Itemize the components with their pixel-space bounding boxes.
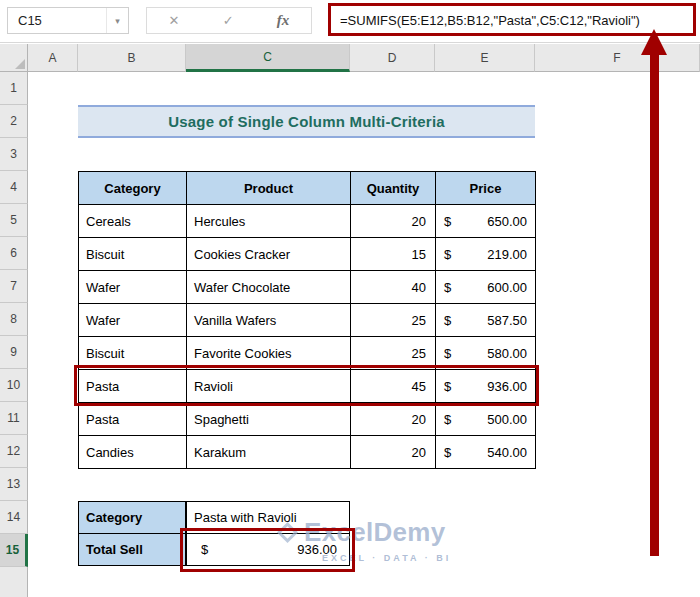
header-category-cell[interactable]: Category	[79, 172, 187, 205]
row-header-13[interactable]: 13	[0, 468, 28, 501]
column-header-c[interactable]: C	[186, 44, 350, 72]
product-cell[interactable]: Hercules	[187, 205, 351, 238]
table-row: Candies Karakum 20 $540.00	[79, 436, 536, 469]
price-amount: 936.00	[487, 379, 527, 394]
annotation-arrow-up-icon	[641, 29, 667, 55]
row-header-10[interactable]: 10	[0, 369, 28, 402]
column-header-e[interactable]: E	[435, 44, 535, 72]
summary-category-label-cell[interactable]: Category	[78, 501, 186, 534]
category-cell[interactable]: Pasta	[79, 403, 187, 436]
enter-icon[interactable]: ✓	[223, 14, 234, 27]
price-amount: 540.00	[487, 445, 527, 460]
price-cell[interactable]: $540.00	[436, 436, 536, 469]
row-header-2[interactable]: 2	[0, 105, 28, 138]
summary-total-value-cell[interactable]: $ 936.00	[186, 533, 350, 566]
row-header-8[interactable]: 8	[0, 303, 28, 336]
cancel-icon[interactable]: ✕	[169, 14, 180, 27]
column-header-d[interactable]: D	[350, 44, 435, 72]
excel-window: C15 ▾ ✕ ✓ fx =SUMIFS(E5:E12,B5:B12,"Past…	[0, 0, 700, 597]
row-header-3[interactable]: 3	[0, 138, 28, 171]
summary-total-label-cell[interactable]: Total Sell	[78, 533, 186, 566]
total-currency-symbol: $	[201, 542, 208, 557]
category-cell[interactable]: Wafer	[79, 304, 187, 337]
currency-symbol: $	[444, 412, 451, 427]
header-price-cell[interactable]: Price	[436, 172, 536, 205]
row-header-9[interactable]: 9	[0, 336, 28, 369]
category-cell[interactable]: Wafer	[79, 271, 187, 304]
price-cell[interactable]: $500.00	[436, 403, 536, 436]
price-amount: 219.00	[487, 247, 527, 262]
price-amount: 650.00	[487, 214, 527, 229]
quantity-cell[interactable]: 25	[351, 304, 436, 337]
price-cell[interactable]: $936.00	[436, 370, 536, 403]
product-cell[interactable]: Vanilla Wafers	[187, 304, 351, 337]
currency-symbol: $	[444, 313, 451, 328]
row-header-1[interactable]: 1	[0, 72, 28, 105]
category-cell[interactable]: Candies	[79, 436, 187, 469]
row-header-16[interactable]	[0, 567, 28, 597]
formula-text: =SUMIFS(E5:E12,B5:B12,"Pasta",C5:C12,"Ra…	[340, 13, 640, 28]
category-cell[interactable]: Pasta	[79, 370, 187, 403]
category-cell[interactable]: Cereals	[79, 205, 187, 238]
product-cell[interactable]: Karakum	[187, 436, 351, 469]
products-table: Category Product Quantity Price Cereals …	[78, 171, 536, 469]
row-header-4[interactable]: 4	[0, 171, 28, 204]
summary-category-value-cell[interactable]: Pasta with Ravioli	[186, 501, 350, 534]
currency-symbol: $	[444, 247, 451, 262]
row-header-6[interactable]: 6	[0, 237, 28, 270]
row-header-12[interactable]: 12	[0, 435, 28, 468]
price-cell[interactable]: $219.00	[436, 238, 536, 271]
quantity-cell[interactable]: 15	[351, 238, 436, 271]
select-all-corner[interactable]	[0, 44, 28, 72]
header-quantity-cell[interactable]: Quantity	[351, 172, 436, 205]
table-row: Wafer Wafer Chocolate 40 $600.00	[79, 271, 536, 304]
currency-symbol: $	[444, 214, 451, 229]
price-cell[interactable]: $650.00	[436, 205, 536, 238]
formula-input[interactable]: =SUMIFS(E5:E12,B5:B12,"Pasta",C5:C12,"Ra…	[332, 7, 692, 34]
row-header-11[interactable]: 11	[0, 402, 28, 435]
table-header-row: Category Product Quantity Price	[79, 172, 536, 205]
price-cell[interactable]: $587.50	[436, 304, 536, 337]
price-amount: 500.00	[487, 412, 527, 427]
price-cell[interactable]: $600.00	[436, 271, 536, 304]
product-cell[interactable]: Spaghetti	[187, 403, 351, 436]
table-row: Biscuit Cookies Cracker 15 $219.00	[79, 238, 536, 271]
insert-function-icon[interactable]: fx	[277, 13, 290, 28]
product-cell[interactable]: Favorite Cookies	[187, 337, 351, 370]
header-product-cell[interactable]: Product	[187, 172, 351, 205]
quantity-cell[interactable]: 25	[351, 337, 436, 370]
category-cell[interactable]: Biscuit	[79, 337, 187, 370]
row-header-15[interactable]: 15	[0, 534, 28, 567]
quantity-cell[interactable]: 20	[351, 403, 436, 436]
name-box-dropdown-icon[interactable]: ▾	[106, 8, 128, 33]
column-header-a[interactable]: A	[28, 44, 78, 72]
category-cell[interactable]: Biscuit	[79, 238, 187, 271]
product-cell[interactable]: Cookies Cracker	[187, 238, 351, 271]
total-amount: 936.00	[297, 542, 337, 557]
product-cell[interactable]: Ravioli	[187, 370, 351, 403]
name-box[interactable]: C15 ▾	[7, 7, 129, 34]
price-cell[interactable]: $580.00	[436, 337, 536, 370]
column-header-f[interactable]: F	[535, 44, 700, 72]
quantity-cell[interactable]: 20	[351, 205, 436, 238]
name-box-value: C15	[8, 13, 106, 28]
quantity-cell[interactable]: 40	[351, 271, 436, 304]
table-row-highlighted: Pasta Ravioli 45 $936.00	[79, 370, 536, 403]
price-amount: 587.50	[487, 313, 527, 328]
table-row: Cereals Hercules 20 $650.00	[79, 205, 536, 238]
currency-symbol: $	[444, 379, 451, 394]
quantity-cell[interactable]: 20	[351, 436, 436, 469]
table-row: Pasta Spaghetti 20 $500.00	[79, 403, 536, 436]
row-header-7[interactable]: 7	[0, 270, 28, 303]
formula-buttons-group: ✕ ✓ fx	[146, 7, 312, 34]
sheet-title-cell[interactable]: Usage of Single Column Multi-Criteria	[78, 105, 535, 138]
annotation-arrow-shaft	[650, 54, 659, 556]
currency-symbol: $	[444, 346, 451, 361]
row-header-5[interactable]: 5	[0, 204, 28, 237]
price-amount: 600.00	[487, 280, 527, 295]
row-header-14[interactable]: 14	[0, 501, 28, 534]
product-cell[interactable]: Wafer Chocolate	[187, 271, 351, 304]
quantity-cell[interactable]: 45	[351, 370, 436, 403]
column-header-b[interactable]: B	[78, 44, 186, 72]
currency-symbol: $	[444, 445, 451, 460]
